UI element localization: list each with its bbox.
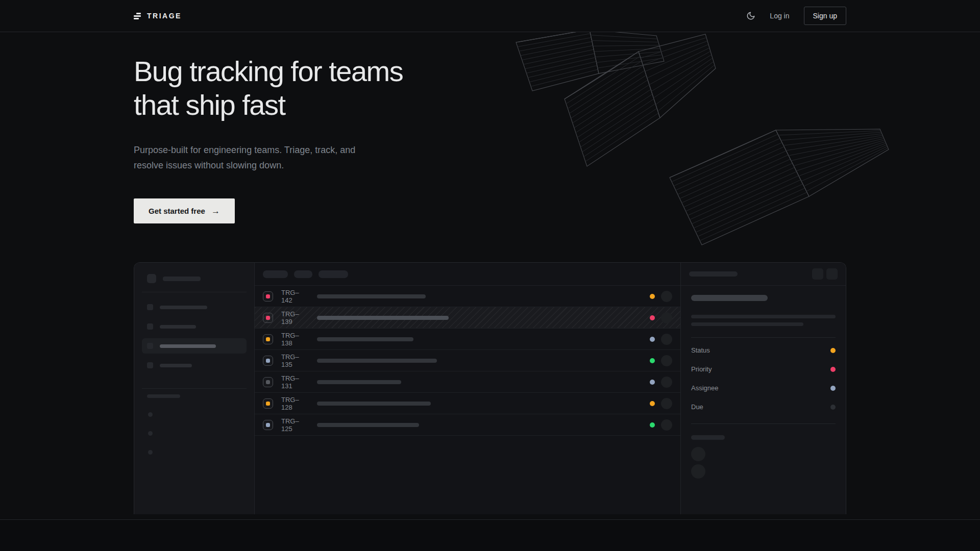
property-label: Priority (691, 365, 712, 373)
issue-type-badge (263, 334, 273, 344)
log-in-link[interactable]: Log in (770, 12, 789, 20)
skeleton-filter-pill (294, 270, 312, 278)
property-label: Status (691, 346, 710, 354)
nav-actions: Log in Sign up (746, 7, 846, 25)
brand: TRIAGE (134, 12, 182, 20)
property-row: Priority (691, 360, 836, 379)
issue-row: TRG–142 (255, 286, 680, 307)
skeleton-filter-pill (263, 270, 288, 278)
skeleton-button (812, 268, 823, 280)
skeleton-icon (147, 304, 153, 310)
property-row: Assignee (691, 379, 836, 397)
skeleton-line (691, 315, 836, 318)
skeleton-bar (317, 402, 431, 406)
skeleton-bar (317, 380, 401, 384)
issue-id: TRG–142 (281, 289, 310, 304)
issue-id: TRG–128 (281, 396, 310, 411)
avatar-placeholder (661, 398, 672, 409)
property-row: Due (691, 397, 836, 416)
status-dot (650, 358, 655, 363)
property-label: Assignee (691, 384, 718, 392)
status-dot (650, 422, 655, 428)
brand-name: TRIAGE (147, 12, 182, 20)
skeleton-logo-bar (163, 277, 201, 281)
issue-row: TRG–128 (255, 393, 680, 414)
hero-subtitle-line-2: resolve issues without slowing down. (134, 158, 846, 173)
skeleton-icon (147, 362, 153, 368)
mockup-sidebar-item (142, 356, 247, 375)
avatar-placeholder (661, 377, 672, 388)
skeleton-button (826, 268, 838, 280)
app-mockup-card: TRG–142 TRG–139 TRG–138 (134, 262, 846, 514)
divider (691, 423, 836, 424)
mockup-sidebar-logo (142, 274, 247, 283)
hero-subtitle-line-1: Purpose-built for engineering teams. Tri… (134, 142, 846, 158)
skeleton-bar (317, 359, 437, 363)
issue-row-selected: TRG–139 (255, 307, 680, 329)
get-started-label: Get started free (149, 207, 205, 215)
top-nav: TRIAGE Log in Sign up (0, 0, 980, 32)
skeleton-dot (148, 431, 153, 436)
skeleton-bar (689, 271, 738, 277)
skeleton-bar (160, 344, 216, 348)
skeleton-dot (148, 450, 153, 455)
mockup-sidebar (134, 263, 254, 514)
assignee-dot (830, 386, 836, 391)
skeleton-bar (317, 294, 426, 298)
issue-type-badge (263, 420, 273, 430)
skeleton-bar (691, 435, 725, 440)
issue-row: TRG–135 (255, 350, 680, 371)
arrow-right-icon: → (211, 206, 220, 216)
mockup-detail-header (681, 263, 846, 286)
due-dot (830, 405, 836, 410)
status-dot (830, 348, 836, 353)
mockup-sidebar-item (142, 297, 247, 317)
avatar-placeholder (661, 419, 672, 431)
triage-logo-icon (134, 13, 141, 19)
mockup-issue-list: TRG–142 TRG–139 TRG–138 (254, 263, 680, 514)
status-dot (650, 401, 655, 406)
issue-type-badge (263, 377, 273, 387)
avatar-placeholder (661, 355, 672, 366)
hero-title-line-2: that ship fast (134, 88, 846, 122)
status-dot (650, 315, 655, 320)
issue-id: TRG–139 (281, 310, 310, 325)
hero-title-line-1: Bug tracking for teams (134, 55, 846, 88)
issue-type-badge (263, 313, 273, 323)
issue-row: TRG–125 (255, 414, 680, 436)
issue-type-badge (263, 398, 273, 409)
issue-id: TRG–135 (281, 353, 310, 368)
skeleton-bar (317, 316, 449, 320)
issue-type-badge (263, 356, 273, 366)
avatar-placeholder (661, 334, 672, 345)
issue-id: TRG–138 (281, 332, 310, 347)
avatar-placeholder (661, 312, 672, 323)
footer-band (0, 519, 980, 551)
issue-row: TRG–131 (255, 371, 680, 393)
mockup-detail-panel: Status Priority Assignee Due (680, 263, 846, 514)
priority-dot (830, 367, 836, 372)
skeleton-filter-pill (318, 270, 348, 278)
skeleton-line (691, 322, 803, 326)
divider (142, 292, 247, 292)
mockup-list-header (255, 263, 680, 286)
skeleton-bar (317, 337, 413, 341)
skeleton-bar (317, 423, 419, 427)
theme-toggle-button[interactable] (746, 11, 755, 20)
detail-header-actions (812, 268, 838, 280)
sign-up-button[interactable]: Sign up (804, 7, 846, 25)
skeleton-dot (148, 412, 153, 417)
skeleton-bar (160, 364, 192, 367)
hero-subtitle: Purpose-built for engineering teams. Tri… (134, 142, 846, 173)
status-dot (650, 337, 655, 342)
mockup-sidebar-item (142, 317, 247, 336)
skeleton-icon (147, 323, 153, 330)
get-started-button[interactable]: Get started free → (134, 198, 235, 223)
property-label: Due (691, 403, 703, 411)
hero-title: Bug tracking for teams that ship fast (134, 55, 846, 122)
issue-id: TRG–131 (281, 374, 310, 390)
skeleton-section-label (147, 394, 180, 398)
avatar-placeholder (691, 464, 705, 479)
issue-row: TRG–138 (255, 329, 680, 350)
skeleton-bar (160, 306, 207, 309)
